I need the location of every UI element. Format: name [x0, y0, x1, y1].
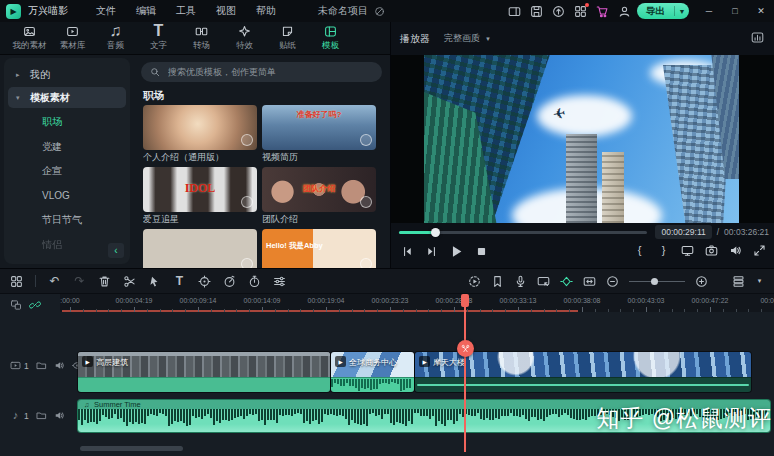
template-card-6[interactable]: Hello! 我是Abby [262, 229, 376, 268]
keyframe-icon[interactable] [560, 275, 573, 288]
chevron-down-icon: ▾ [16, 94, 22, 102]
track-manager-icon[interactable] [732, 275, 745, 288]
sidebar-item-节日节气[interactable]: 节日节气 [4, 208, 130, 233]
play-button[interactable] [449, 244, 464, 259]
project-name-area[interactable]: 未命名项目 [318, 0, 385, 22]
playhead-handle[interactable] [461, 294, 469, 307]
audio-meter-icon[interactable] [750, 31, 765, 44]
sidebar-item-职场[interactable]: 职场 [4, 110, 130, 135]
template-card-2[interactable]: 准备好了吗?视频简历 [262, 105, 376, 165]
sidebar-item-党建[interactable]: 党建 [4, 135, 130, 160]
export-button[interactable]: 导出 ▼ [637, 3, 689, 19]
panel-grid-icon[interactable] [10, 275, 23, 288]
microphone-icon[interactable] [514, 275, 527, 288]
screen-icon[interactable] [537, 275, 550, 288]
quality-selector[interactable]: 完整画质 ▼ [444, 32, 491, 45]
lock-track-icon[interactable] [36, 410, 47, 421]
speaker-button[interactable] [729, 244, 742, 257]
ruler-tick [275, 309, 276, 312]
zoom-slider-handle[interactable] [651, 278, 658, 285]
sidebar-group-template-assets[interactable]: ▾ 模板素材 [8, 87, 126, 108]
apps-grid-icon[interactable] [574, 5, 587, 18]
timeline-clip-1[interactable]: ▶ 高层建筑 [78, 352, 330, 392]
maximize-button[interactable]: □ [722, 0, 748, 22]
ruler-tick [428, 309, 429, 312]
sidebar-item-VLOG[interactable]: VLOG [4, 184, 130, 209]
template-card-5[interactable] [143, 229, 257, 268]
waveform-bar [447, 409, 449, 420]
render-preview-icon[interactable] [468, 275, 481, 288]
layout-panels-icon[interactable] [508, 5, 521, 18]
time-separator: / [717, 227, 719, 237]
timeline-horizontal-scrollbar[interactable] [80, 446, 183, 451]
close-button[interactable]: ✕ [748, 0, 774, 22]
waveform-bar [237, 409, 239, 417]
seekbar-handle[interactable] [431, 228, 440, 237]
template-search-bar[interactable] [141, 62, 382, 82]
next-frame-button[interactable] [425, 245, 438, 258]
mark-in-button[interactable]: { [633, 244, 646, 257]
waveform-bar [153, 409, 155, 415]
select-icon[interactable] [148, 275, 161, 288]
mute-track-icon[interactable] [54, 410, 65, 421]
zoom-out-icon[interactable] [606, 275, 619, 288]
chevron-down-icon: ▼ [485, 36, 491, 42]
menu-item-编辑[interactable]: 编辑 [126, 5, 166, 16]
sidebar-collapse-button[interactable]: ‹ [108, 243, 124, 258]
menu-item-帮助[interactable]: 帮助 [246, 5, 286, 16]
tab-模板[interactable]: 模板 [309, 23, 352, 53]
marker-icon[interactable] [491, 275, 504, 288]
mute-track-icon[interactable] [54, 360, 65, 371]
effects-icon [238, 25, 251, 38]
cut-icon[interactable] [123, 275, 136, 288]
undo-icon[interactable]: ↶ [48, 275, 61, 288]
tab-素材库[interactable]: 素材库 [51, 23, 94, 53]
auto-ripple-link-icon[interactable] [29, 299, 41, 311]
stop-button[interactable] [475, 245, 488, 258]
playback-seekbar[interactable] [399, 231, 647, 234]
zoom-fit-icon[interactable] [583, 275, 596, 288]
motion-track-icon[interactable] [198, 275, 211, 288]
timeline-ruler[interactable]: :00:0000:00:04:1900:00:09:1400:00:14:090… [60, 294, 774, 312]
menu-item-视图[interactable]: 视图 [206, 5, 246, 16]
tab-音频[interactable]: ♫音频 [94, 23, 137, 53]
tab-特效[interactable]: 特效 [223, 23, 266, 53]
prev-frame-button[interactable] [401, 245, 414, 258]
trash-icon[interactable] [98, 275, 111, 288]
cart-icon[interactable] [596, 5, 609, 18]
monitor-button[interactable] [681, 244, 694, 257]
text-tool-icon[interactable]: T [173, 275, 186, 288]
redo-icon[interactable]: ↷ [73, 275, 86, 288]
adjust-icon[interactable] [273, 275, 286, 288]
ruler-tick [761, 309, 762, 312]
quick-split-scissors-button[interactable] [457, 340, 474, 357]
tab-转场[interactable]: 转场 [180, 23, 223, 53]
tab-我的素材[interactable]: 我的素材 [8, 23, 51, 53]
timer-icon[interactable] [248, 275, 261, 288]
dropdown-icon[interactable]: ▾ [755, 277, 764, 286]
user-icon[interactable] [618, 5, 631, 18]
snapshot-button[interactable] [705, 244, 718, 257]
timeline-clip-2[interactable]: ▶ 全球商务中心 [331, 352, 414, 392]
tab-文字[interactable]: T文字 [137, 23, 180, 53]
speed-icon[interactable] [223, 275, 236, 288]
menu-item-工具[interactable]: 工具 [166, 5, 206, 16]
export-chevron-down-icon[interactable]: ▼ [675, 8, 689, 15]
template-card-4[interactable]: 团队介绍团队介绍 [262, 167, 376, 227]
upload-icon[interactable] [552, 5, 565, 18]
template-card-3[interactable]: IDOL爱豆追星 [143, 167, 257, 227]
track-manage-icon[interactable] [10, 299, 22, 311]
sidebar-group-my[interactable]: ▸ 我的 [4, 64, 130, 85]
minimize-button[interactable]: ─ [696, 0, 722, 22]
zoom-in-icon[interactable] [695, 275, 708, 288]
search-input[interactable] [166, 66, 373, 78]
fullscreen-button[interactable] [753, 244, 766, 257]
tab-贴纸[interactable]: 贴纸 [266, 23, 309, 53]
lock-track-icon[interactable] [36, 360, 47, 371]
mark-out-button[interactable]: } [657, 244, 670, 257]
sidebar-item-企宣[interactable]: 企宣 [4, 159, 130, 184]
save-icon[interactable] [530, 5, 543, 18]
menu-item-文件[interactable]: 文件 [86, 5, 126, 16]
template-card-1[interactable]: 个人介绍（通用版） [143, 105, 257, 165]
timeline-zoom-slider[interactable] [629, 275, 685, 288]
